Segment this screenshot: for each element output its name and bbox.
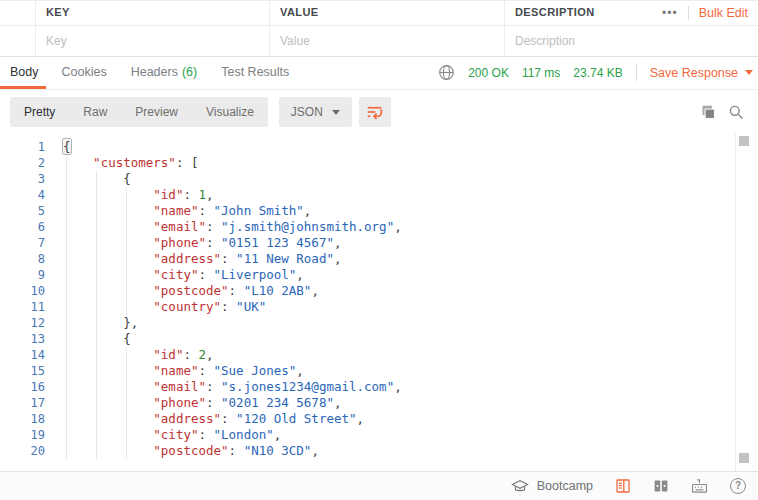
code-line: 6 "email": "j.smith@johnsmith.org",: [0, 219, 758, 235]
column-header-value-label: VALUE: [270, 1, 504, 24]
code-line: 2 "customers": [: [0, 155, 758, 171]
column-header-key: KEY: [36, 1, 270, 25]
row-handle-cell: [0, 1, 36, 25]
tab-test-results[interactable]: Test Results: [209, 56, 301, 89]
line-number: 6: [0, 219, 45, 235]
divider: [636, 64, 637, 81]
key-input[interactable]: [36, 26, 269, 56]
code-line-content: "id": 2,: [63, 347, 214, 363]
status-bar: Bootcamp ?: [0, 471, 758, 500]
divider: [735, 133, 736, 471]
code-line: 1{: [0, 139, 758, 155]
column-header-value: VALUE: [270, 1, 505, 25]
line-number: 15: [0, 363, 45, 379]
help-glyph: ?: [730, 478, 746, 494]
code-line: 3 {: [0, 171, 758, 187]
two-pane-view-icon[interactable]: [653, 478, 669, 494]
code-line: 9 "city": "Liverpool",: [0, 267, 758, 283]
tab-headers-label: Headers: [131, 65, 178, 79]
code-line-content: "address": "11 New Road",: [63, 251, 341, 267]
line-number: 4: [0, 187, 45, 203]
code-line-content: "email": "s.jones1234@gmail.com",: [63, 379, 402, 395]
save-response-button[interactable]: Save Response: [650, 66, 753, 80]
line-number: 9: [0, 267, 45, 283]
response-section-tabs: Body Cookies Headers(6) Test Results 200…: [0, 56, 758, 90]
copy-icon[interactable]: [700, 104, 717, 121]
response-time: 117 ms: [522, 66, 560, 80]
code-line: 4 "id": 1,: [0, 187, 758, 203]
code-line: 7 "phone": "0151 123 4567",: [0, 235, 758, 251]
bulk-edit-button[interactable]: Bulk Edit: [699, 6, 748, 20]
view-mode-visualize[interactable]: Visualize: [192, 97, 268, 127]
view-mode-raw[interactable]: Raw: [69, 97, 121, 127]
line-number: 7: [0, 235, 45, 251]
code-line-content: "name": "John Smith",: [63, 203, 311, 219]
help-icon[interactable]: ?: [730, 478, 746, 494]
tab-body[interactable]: Body: [0, 56, 50, 89]
params-input-row: [0, 26, 758, 57]
params-table: KEY VALUE DESCRIPTION ••• Bulk Edit: [0, 0, 758, 57]
scrollbar-thumb[interactable]: [739, 453, 749, 463]
code-line: 12 },: [0, 315, 758, 331]
view-mode-pretty[interactable]: Pretty: [10, 97, 69, 127]
beautify-button[interactable]: [359, 97, 391, 127]
code-line: 14 "id": 2,: [0, 347, 758, 363]
code-line-content: "customers": [: [63, 155, 198, 171]
toolbar-right-icons: [700, 97, 744, 127]
headers-count-badge: (6): [182, 65, 197, 79]
search-icon[interactable]: [728, 104, 744, 120]
line-number: 14: [0, 347, 45, 363]
more-options-button[interactable]: •••: [662, 3, 678, 23]
chevron-down-icon: [745, 70, 753, 75]
line-number: 13: [0, 331, 45, 347]
code-line-content: "phone": "0151 123 4567",: [63, 235, 341, 251]
line-number: 1: [0, 139, 45, 155]
code-line: 16 "email": "s.jones1234@gmail.com",: [0, 379, 758, 395]
line-number: 12: [0, 315, 45, 331]
code-line-content: "country": "UK": [63, 299, 266, 315]
line-number: 10: [0, 283, 45, 299]
build-panel-icon[interactable]: [615, 478, 631, 494]
tab-cookies[interactable]: Cookies: [50, 56, 119, 89]
value-input[interactable]: [270, 26, 504, 56]
code-line-content: "city": "London",: [63, 427, 281, 443]
code-line-content: "city": "Liverpool",: [63, 267, 304, 283]
code-line: 11 "country": "UK": [0, 299, 758, 315]
code-line: 18 "address": "120 Old Street",: [0, 411, 758, 427]
language-select[interactable]: JSON: [279, 97, 352, 127]
code-line-content: "id": 1,: [63, 187, 214, 203]
column-header-key-label: KEY: [36, 1, 269, 24]
line-number: 8: [0, 251, 45, 267]
keyboard-shortcuts-icon[interactable]: [691, 478, 708, 494]
language-select-value: JSON: [291, 105, 323, 119]
line-number: 20: [0, 443, 45, 459]
scrollbar-thumb[interactable]: [739, 136, 749, 146]
description-input[interactable]: [505, 26, 758, 56]
view-mode-preview[interactable]: Preview: [121, 97, 192, 127]
line-number: 2: [0, 155, 45, 171]
tab-test-results-label: Test Results: [221, 65, 289, 79]
tab-list: Body Cookies Headers(6) Test Results: [0, 56, 301, 89]
tab-headers[interactable]: Headers(6): [119, 56, 210, 89]
bootcamp-button[interactable]: Bootcamp: [511, 479, 593, 493]
network-globe-icon: [438, 64, 455, 81]
line-number: 11: [0, 299, 45, 315]
code-line-content: "email": "j.smith@johnsmith.org",: [63, 219, 402, 235]
view-mode-switch: Pretty Raw Preview Visualize: [10, 97, 268, 127]
code-line-content: },: [63, 315, 138, 331]
code-line-content: "name": "Sue Jones",: [63, 363, 304, 379]
code-line: 19 "city": "London",: [0, 427, 758, 443]
tab-cookies-label: Cookies: [62, 65, 107, 79]
body-view-toolbar: Pretty Raw Preview Visualize JSON: [0, 97, 758, 127]
code-editor[interactable]: 1{2 "customers": [3 {4 "id": 1,5 "name":…: [0, 133, 758, 471]
params-header-row: KEY VALUE DESCRIPTION ••• Bulk Edit: [0, 0, 758, 26]
params-header-actions: ••• Bulk Edit: [662, 1, 748, 25]
code-line-content: "address": "120 Old Street",: [63, 411, 364, 427]
graduation-cap-icon: [511, 479, 529, 493]
code-line: 17 "phone": "0201 234 5678",: [0, 395, 758, 411]
line-number: 3: [0, 171, 45, 187]
wrap-lines-icon: [366, 104, 383, 120]
response-meta: 200 OK 117 ms 23.74 KB Save Response: [438, 56, 753, 89]
status-code: 200 OK: [468, 66, 509, 80]
code-line-content: {: [63, 139, 71, 155]
